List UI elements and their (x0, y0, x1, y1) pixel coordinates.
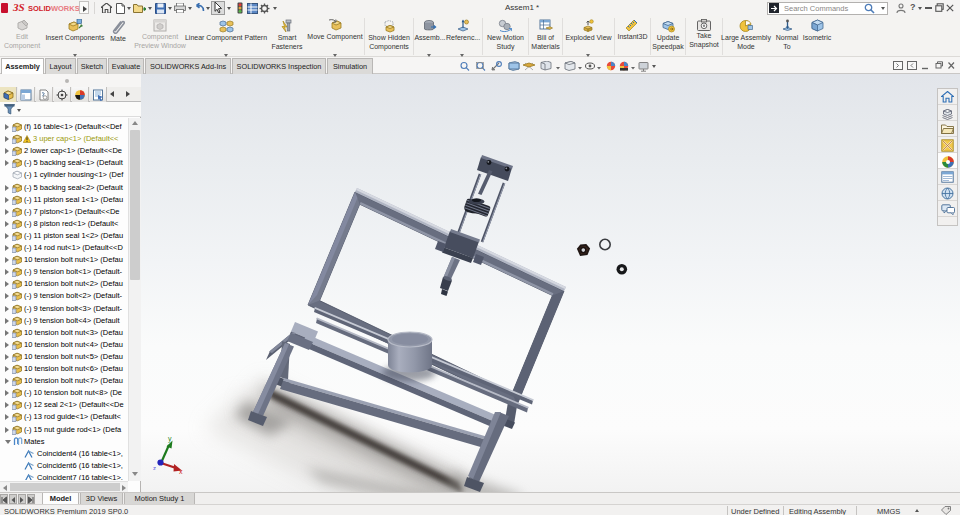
svg-text:y: y (168, 435, 172, 443)
svg-text:z: z (153, 465, 156, 471)
svg-text:x: x (179, 468, 183, 475)
